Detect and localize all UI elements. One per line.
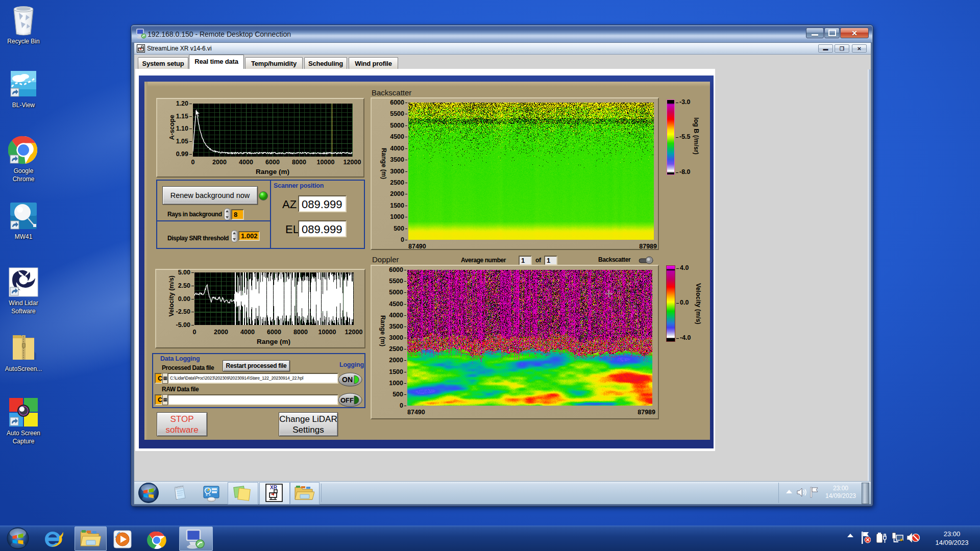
svg-text:!: ! <box>902 539 903 542</box>
svg-text:ON: ON <box>342 375 353 384</box>
svg-text:OFF: OFF <box>340 396 354 404</box>
